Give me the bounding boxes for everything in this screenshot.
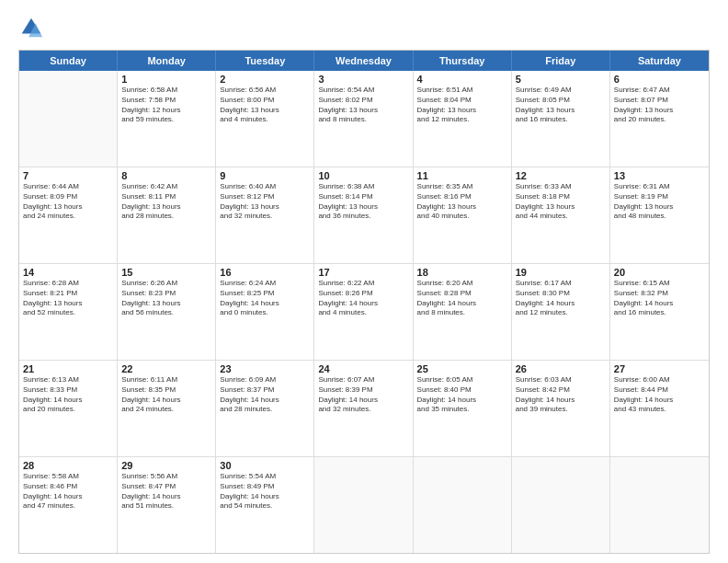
day-info: Sunrise: 6:15 AM Sunset: 8:32 PM Dayligh… xyxy=(614,279,705,318)
calendar-row-5: 28Sunrise: 5:58 AM Sunset: 8:46 PM Dayli… xyxy=(19,456,709,553)
day-info: Sunrise: 6:40 AM Sunset: 8:12 PM Dayligh… xyxy=(220,182,310,222)
calendar-cell: 17Sunrise: 6:22 AM Sunset: 8:26 PM Dayli… xyxy=(314,264,413,360)
header-day-monday: Monday xyxy=(118,51,216,71)
day-info: Sunrise: 6:13 AM Sunset: 8:33 PM Dayligh… xyxy=(23,375,113,415)
day-number: 12 xyxy=(516,170,606,181)
calendar-cell xyxy=(314,457,413,553)
calendar-cell: 18Sunrise: 6:20 AM Sunset: 8:28 PM Dayli… xyxy=(414,264,512,360)
calendar-cell: 4Sunrise: 6:51 AM Sunset: 8:04 PM Daylig… xyxy=(414,71,512,167)
header-day-friday: Friday xyxy=(512,51,610,71)
day-number: 28 xyxy=(23,460,113,471)
day-number: 23 xyxy=(220,363,310,374)
calendar-cell: 13Sunrise: 6:31 AM Sunset: 8:19 PM Dayli… xyxy=(610,167,709,263)
day-number: 20 xyxy=(614,267,705,278)
day-number: 30 xyxy=(220,460,310,471)
day-info: Sunrise: 6:28 AM Sunset: 8:21 PM Dayligh… xyxy=(23,279,113,318)
day-info: Sunrise: 6:38 AM Sunset: 8:14 PM Dayligh… xyxy=(318,182,408,222)
day-info: Sunrise: 6:03 AM Sunset: 8:42 PM Dayligh… xyxy=(516,375,606,415)
header xyxy=(18,15,710,40)
day-number: 22 xyxy=(121,363,211,374)
calendar-cell: 6Sunrise: 6:47 AM Sunset: 8:07 PM Daylig… xyxy=(610,71,709,167)
day-info: Sunrise: 6:44 AM Sunset: 8:09 PM Dayligh… xyxy=(23,182,113,222)
calendar-cell: 14Sunrise: 6:28 AM Sunset: 8:21 PM Dayli… xyxy=(19,264,118,360)
calendar-cell: 22Sunrise: 6:11 AM Sunset: 8:35 PM Dayli… xyxy=(118,361,216,456)
calendar-row-2: 7Sunrise: 6:44 AM Sunset: 8:09 PM Daylig… xyxy=(19,167,709,263)
day-number: 7 xyxy=(23,170,113,181)
day-info: Sunrise: 5:56 AM Sunset: 8:47 PM Dayligh… xyxy=(121,472,211,511)
day-number: 8 xyxy=(121,170,211,181)
day-info: Sunrise: 6:56 AM Sunset: 8:00 PM Dayligh… xyxy=(220,86,310,125)
calendar-cell: 12Sunrise: 6:33 AM Sunset: 8:18 PM Dayli… xyxy=(512,167,610,263)
day-info: Sunrise: 6:17 AM Sunset: 8:30 PM Dayligh… xyxy=(516,279,606,318)
calendar-cell: 21Sunrise: 6:13 AM Sunset: 8:33 PM Dayli… xyxy=(19,361,118,456)
calendar-cell: 19Sunrise: 6:17 AM Sunset: 8:30 PM Dayli… xyxy=(512,264,610,360)
day-number: 10 xyxy=(318,170,408,181)
day-number: 21 xyxy=(23,363,113,374)
day-number: 17 xyxy=(318,267,408,278)
header-day-wednesday: Wednesday xyxy=(314,51,413,71)
day-info: Sunrise: 6:22 AM Sunset: 8:26 PM Dayligh… xyxy=(318,279,408,318)
day-number: 4 xyxy=(417,74,507,85)
calendar-cell xyxy=(414,457,512,553)
day-number: 19 xyxy=(516,267,606,278)
day-info: Sunrise: 6:58 AM Sunset: 7:58 PM Dayligh… xyxy=(121,86,211,125)
day-info: Sunrise: 5:54 AM Sunset: 8:49 PM Dayligh… xyxy=(220,472,310,511)
day-number: 2 xyxy=(220,74,310,85)
calendar-row-1: 1Sunrise: 6:58 AM Sunset: 7:58 PM Daylig… xyxy=(19,71,709,167)
calendar-cell: 3Sunrise: 6:54 AM Sunset: 8:02 PM Daylig… xyxy=(314,71,413,167)
calendar-cell: 10Sunrise: 6:38 AM Sunset: 8:14 PM Dayli… xyxy=(314,167,413,263)
day-info: Sunrise: 6:07 AM Sunset: 8:39 PM Dayligh… xyxy=(318,375,408,415)
day-info: Sunrise: 6:31 AM Sunset: 8:19 PM Dayligh… xyxy=(614,182,705,222)
calendar-cell: 28Sunrise: 5:58 AM Sunset: 8:46 PM Dayli… xyxy=(19,457,118,553)
calendar-cell: 11Sunrise: 6:35 AM Sunset: 8:16 PM Dayli… xyxy=(414,167,512,263)
logo-icon xyxy=(18,15,44,40)
day-number: 29 xyxy=(121,460,211,471)
day-info: Sunrise: 6:20 AM Sunset: 8:28 PM Dayligh… xyxy=(417,279,507,318)
calendar-cell: 1Sunrise: 6:58 AM Sunset: 7:58 PM Daylig… xyxy=(118,71,216,167)
calendar-cell: 7Sunrise: 6:44 AM Sunset: 8:09 PM Daylig… xyxy=(19,167,118,263)
calendar-cell xyxy=(512,457,610,553)
day-info: Sunrise: 6:42 AM Sunset: 8:11 PM Dayligh… xyxy=(121,182,211,222)
calendar-cell: 8Sunrise: 6:42 AM Sunset: 8:11 PM Daylig… xyxy=(118,167,216,263)
day-number: 24 xyxy=(318,363,408,374)
day-number: 6 xyxy=(614,74,705,85)
calendar: SundayMondayTuesdayWednesdayThursdayFrid… xyxy=(18,50,710,554)
day-info: Sunrise: 6:47 AM Sunset: 8:07 PM Dayligh… xyxy=(614,86,705,125)
calendar-cell: 9Sunrise: 6:40 AM Sunset: 8:12 PM Daylig… xyxy=(216,167,314,263)
header-day-tuesday: Tuesday xyxy=(216,51,314,71)
day-info: Sunrise: 6:24 AM Sunset: 8:25 PM Dayligh… xyxy=(220,279,310,318)
calendar-cell: 15Sunrise: 6:26 AM Sunset: 8:23 PM Dayli… xyxy=(118,264,216,360)
calendar-header: SundayMondayTuesdayWednesdayThursdayFrid… xyxy=(19,51,709,71)
day-info: Sunrise: 5:58 AM Sunset: 8:46 PM Dayligh… xyxy=(23,472,113,511)
day-number: 13 xyxy=(614,170,705,181)
day-number: 16 xyxy=(220,267,310,278)
day-info: Sunrise: 6:09 AM Sunset: 8:37 PM Dayligh… xyxy=(220,375,310,415)
day-info: Sunrise: 6:26 AM Sunset: 8:23 PM Dayligh… xyxy=(121,279,211,318)
day-info: Sunrise: 6:33 AM Sunset: 8:18 PM Dayligh… xyxy=(516,182,606,222)
day-number: 11 xyxy=(417,170,507,181)
calendar-cell xyxy=(19,71,118,167)
calendar-cell: 16Sunrise: 6:24 AM Sunset: 8:25 PM Dayli… xyxy=(216,264,314,360)
calendar-cell: 27Sunrise: 6:00 AM Sunset: 8:44 PM Dayli… xyxy=(610,361,709,456)
day-info: Sunrise: 6:00 AM Sunset: 8:44 PM Dayligh… xyxy=(614,375,705,415)
day-number: 26 xyxy=(516,363,606,374)
calendar-row-4: 21Sunrise: 6:13 AM Sunset: 8:33 PM Dayli… xyxy=(19,360,709,456)
day-number: 25 xyxy=(417,363,507,374)
day-number: 27 xyxy=(614,363,705,374)
day-number: 18 xyxy=(417,267,507,278)
day-number: 3 xyxy=(318,74,408,85)
header-day-saturday: Saturday xyxy=(610,51,709,71)
day-number: 14 xyxy=(23,267,113,278)
calendar-cell: 20Sunrise: 6:15 AM Sunset: 8:32 PM Dayli… xyxy=(610,264,709,360)
calendar-cell: 24Sunrise: 6:07 AM Sunset: 8:39 PM Dayli… xyxy=(314,361,413,456)
calendar-row-3: 14Sunrise: 6:28 AM Sunset: 8:21 PM Dayli… xyxy=(19,263,709,360)
day-info: Sunrise: 6:51 AM Sunset: 8:04 PM Dayligh… xyxy=(417,86,507,125)
day-info: Sunrise: 6:49 AM Sunset: 8:05 PM Dayligh… xyxy=(516,86,606,125)
calendar-cell: 2Sunrise: 6:56 AM Sunset: 8:00 PM Daylig… xyxy=(216,71,314,167)
calendar-body: 1Sunrise: 6:58 AM Sunset: 7:58 PM Daylig… xyxy=(19,71,709,553)
day-number: 1 xyxy=(121,74,211,85)
page: SundayMondayTuesdayWednesdayThursdayFrid… xyxy=(0,0,728,563)
header-day-thursday: Thursday xyxy=(414,51,512,71)
logo xyxy=(18,15,48,40)
calendar-cell: 30Sunrise: 5:54 AM Sunset: 8:49 PM Dayli… xyxy=(216,457,314,553)
